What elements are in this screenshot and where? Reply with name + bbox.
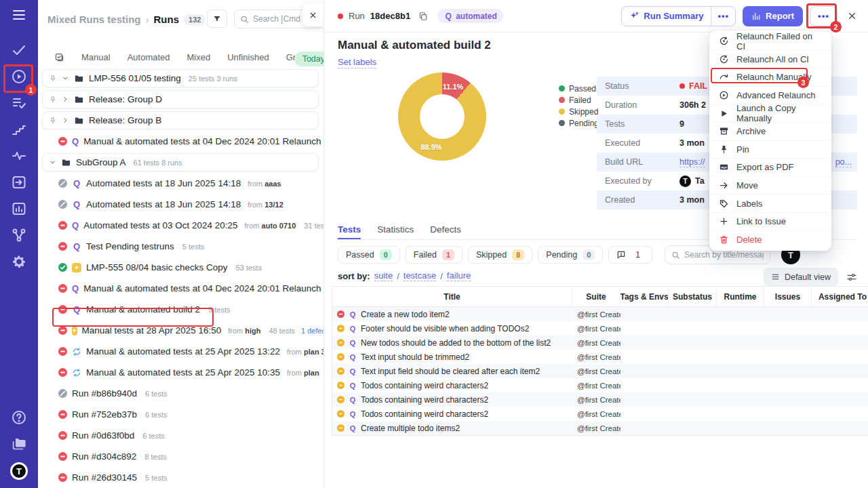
- menu-item-relaunch-all-on-ci[interactable]: Relaunch All on CI: [709, 51, 831, 69]
- sort-by-suite[interactable]: suite: [374, 270, 393, 281]
- menu-item-label: Pin: [736, 144, 749, 155]
- help-icon[interactable]: [11, 409, 27, 426]
- list-check-icon[interactable]: [11, 95, 27, 111]
- group-row[interactable]: SubGroup A61 tests 8 runs: [42, 153, 319, 171]
- passed-filter-chip[interactable]: Passed0: [338, 246, 400, 264]
- fact-label: Tests: [605, 119, 679, 129]
- chevron-down-icon[interactable]: [49, 159, 56, 166]
- run-list-item[interactable]: QAutomated tests at 03 Oct 2024 20:25fro…: [38, 220, 324, 230]
- check-icon[interactable]: [11, 42, 27, 58]
- chart-legend: PassedFailedSkippedPending: [559, 83, 599, 129]
- tab-defects[interactable]: Defects: [430, 224, 461, 239]
- menu-item-link-to-issue[interactable]: Link to Issue: [709, 213, 831, 231]
- run-list-item[interactable]: Run #d304c8928 tests: [38, 451, 324, 462]
- copy-icon[interactable]: [418, 12, 428, 21]
- table-row[interactable]: QTodos containing weird characters2@firs…: [332, 392, 868, 407]
- set-labels-link[interactable]: Set labels: [338, 57, 376, 68]
- run-list-item[interactable]: Run #b86b940d6 tests: [38, 388, 324, 399]
- test-status-icon: [337, 396, 344, 403]
- table-row[interactable]: QText input field should be cleared afte…: [332, 364, 868, 378]
- breadcrumb-project[interactable]: Mixed Runs testing: [47, 14, 141, 25]
- run-list-item[interactable]: Run #26d301455 tests: [38, 472, 324, 483]
- table-row[interactable]: QCreate a new todo item2@first Create ..…: [332, 307, 868, 321]
- run-list-item[interactable]: QTest Pending testruns5 tests: [38, 241, 324, 251]
- menu-item-move[interactable]: Move: [709, 177, 831, 195]
- build-url-link[interactable]: https://: [679, 157, 705, 167]
- tab-mixed[interactable]: Mixed: [187, 52, 211, 62]
- breadcrumb-section[interactable]: Runs: [154, 14, 180, 25]
- run-list-item[interactable]: ✦Manual tests at 28 Apr 2025 16:50from h…: [38, 325, 324, 336]
- sliders-icon[interactable]: [846, 272, 857, 283]
- table-row[interactable]: QNew todos should be added to the bottom…: [332, 336, 868, 350]
- sort-by-failure[interactable]: failure: [447, 270, 471, 281]
- tests-search-input[interactable]: [684, 250, 764, 260]
- table-row[interactable]: QCreate multiple todo items2@first Creat…: [332, 421, 868, 435]
- table-row[interactable]: QTodos containing weird characters2@firs…: [332, 378, 868, 392]
- run-summary-more-button[interactable]: •••: [711, 7, 735, 26]
- group-row[interactable]: Release: Group D: [42, 90, 319, 108]
- pending-filter-chip[interactable]: Pending0: [538, 246, 603, 264]
- menu-item-export-as-pdf[interactable]: PDFExport as PDF: [709, 159, 831, 177]
- detail-close-icon[interactable]: [847, 11, 857, 21]
- chevron-right-icon[interactable]: [62, 117, 69, 124]
- build-url-link-tail[interactable]: po...: [835, 157, 852, 167]
- tab-unfinished[interactable]: Unfinished: [227, 52, 269, 62]
- run-list-item[interactable]: QManual & automated tests at 04 Dec 2024…: [38, 283, 324, 293]
- tab-tests[interactable]: Tests: [338, 224, 361, 239]
- group-name: SubGroup A: [76, 157, 126, 167]
- run-list-item[interactable]: Run #0d63f0bd6 tests: [38, 430, 324, 441]
- git-branch-icon[interactable]: [11, 227, 27, 243]
- menu-icon[interactable]: [11, 7, 27, 23]
- tab-today[interactable]: Today: [294, 52, 324, 66]
- more-actions-button[interactable]: •••: [810, 6, 837, 26]
- tab-automated[interactable]: Automated: [127, 52, 170, 62]
- activity-icon[interactable]: [11, 148, 27, 164]
- run-list-item[interactable]: ✦LMP-555 08/04 basic checks Copy53 tests: [38, 262, 324, 272]
- skipped-filter-chip[interactable]: Skipped8: [468, 246, 532, 264]
- run-list-item[interactable]: Run #752eb37b6 tests: [38, 409, 324, 420]
- run-list-item[interactable]: QAutomated tests at 18 Jun 2025 14:18fro…: [38, 199, 324, 209]
- failed-filter-chip[interactable]: Failed1: [406, 246, 462, 264]
- menu-item-launch-a-copy-manually[interactable]: Launch a Copy Manually: [709, 104, 831, 123]
- report-button[interactable]: Report: [743, 6, 803, 26]
- folders-icon[interactable]: [11, 436, 27, 452]
- sign-in-icon[interactable]: [11, 174, 27, 190]
- default-view-button[interactable]: Default view: [764, 268, 838, 286]
- menu-item-relaunch-manually[interactable]: Relaunch Manually: [709, 68, 831, 87]
- menu-item-relaunch-failed-on-ci[interactable]: Relaunch Failed on CI: [709, 33, 831, 51]
- bar-chart-icon[interactable]: [11, 201, 27, 217]
- steps-icon[interactable]: [11, 121, 27, 138]
- menu-item-pin[interactable]: Pin: [709, 141, 831, 159]
- menu-item-archive[interactable]: Archive: [709, 123, 831, 141]
- group-row[interactable]: LMP-556 01/05 testing25 tests 3 runs: [42, 69, 319, 87]
- user-avatar[interactable]: T: [10, 462, 28, 480]
- chevron-right-icon[interactable]: [62, 96, 69, 103]
- filter-button[interactable]: [207, 9, 227, 28]
- gear-icon[interactable]: [11, 253, 27, 270]
- run-list-item[interactable]: QManual & automated build 29 tests: [38, 304, 324, 314]
- run-list-item[interactable]: Manual & automated tests at 25 Apr 2025 …: [38, 366, 324, 379]
- group-row[interactable]: Release: Group B: [42, 111, 319, 129]
- select-all-icon[interactable]: [54, 52, 64, 62]
- table-row[interactable]: QFooter should be visible when adding TO…: [332, 321, 868, 336]
- table-row[interactable]: QTodos containing weird characters2@firs…: [332, 407, 868, 421]
- test-title: Text input field should be cleared after…: [361, 367, 540, 376]
- menu-item-labels[interactable]: Labels: [709, 195, 831, 213]
- chevron-down-icon[interactable]: [62, 75, 69, 82]
- table-row[interactable]: QText input should be trimmed2@first Cre…: [332, 350, 868, 364]
- run-defects-link[interactable]: 1 defects: [301, 327, 324, 335]
- sort-by-testcase[interactable]: testcase: [403, 270, 436, 281]
- menu-item-advanced-relaunch[interactable]: Advanced Relaunch: [709, 87, 831, 105]
- run-list-item[interactable]: QManual & automated tests at 04 Dec 2024…: [38, 136, 324, 146]
- run-list-item[interactable]: QAutomated tests at 18 Jun 2025 14:18fro…: [38, 178, 324, 188]
- automated-badge[interactable]: Qautomated: [437, 9, 503, 23]
- run-list-item[interactable]: Manual & automated tests at 25 Apr 2025 …: [38, 346, 324, 357]
- panel-close-button[interactable]: [302, 3, 323, 26]
- menu-item-delete[interactable]: Delete: [709, 231, 831, 249]
- test-title-cell: QCreate multiple todo items2: [332, 424, 572, 433]
- run-summary-button[interactable]: Run Summary •••: [621, 6, 736, 26]
- tab-manual[interactable]: Manual: [81, 52, 111, 62]
- play-circle-icon[interactable]: [11, 68, 27, 85]
- comments-filter-chip[interactable]: 1: [608, 246, 652, 264]
- tab-statistics[interactable]: Statistics: [377, 224, 414, 239]
